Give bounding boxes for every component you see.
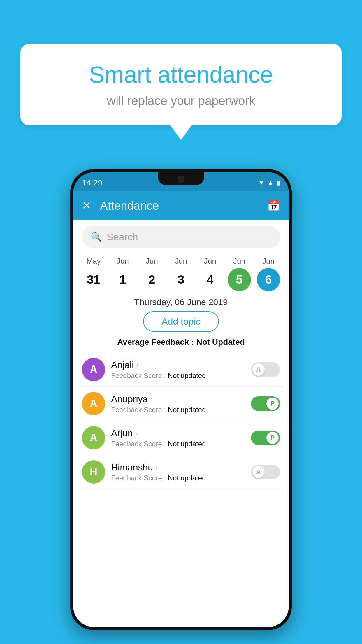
student-item-2[interactable]: AArjun ›Feedback Score : Not updatedP [79,421,283,455]
student-name-1[interactable]: Anupriya › [111,394,245,405]
student-list: AAnjali ›Feedback Score : Not updatedAAA… [73,353,289,489]
battery-icon: ▮ [277,179,280,187]
student-item-0[interactable]: AAnjali ›Feedback Score : Not updatedA [79,353,283,387]
student-feedback-0: Feedback Score : Not updated [111,372,245,380]
toggle-knob-1: P [266,398,279,410]
chevron-icon: › [155,463,158,471]
cal-date[interactable]: 3 [169,268,193,291]
cal-month: May [86,257,101,266]
calendar-day-6[interactable]: Jun6 [255,257,282,291]
date-header: Thursday, 06 June 2019 [73,297,289,307]
student-info-0: Anjali ›Feedback Score : Not updated [111,360,245,380]
attendance-toggle-1[interactable]: P [251,396,280,411]
camera [178,176,184,183]
feedback-value: Not updated [168,406,206,414]
calendar-day-2[interactable]: Jun2 [138,257,166,291]
student-avatar-0: A [82,358,105,381]
toggle-container-3[interactable]: A [251,465,280,479]
toggle-knob-0: A [252,363,265,376]
avg-feedback: Average Feedback : Not Updated [73,337,289,347]
calendar-day-0[interactable]: May31 [80,257,108,291]
cal-date[interactable]: 4 [198,268,222,291]
toggle-container-2[interactable]: P [251,430,280,445]
status-icons: ▼ ▲ ▮ [258,177,280,187]
student-name-3[interactable]: Himanshu › [111,462,245,473]
student-avatar-3: H [82,460,105,484]
cal-date[interactable]: 2 [140,268,164,291]
cal-month: Jun [175,257,187,266]
feedback-value: Not updated [168,440,206,448]
phone-notch [158,172,204,185]
student-avatar-1: A [82,392,105,415]
toggle-knob-2: P [266,432,279,444]
cal-date[interactable]: 5 [228,268,251,291]
signal-icon: ▲ [267,179,274,187]
toggle-container-0[interactable]: A [251,362,280,377]
cal-month: Jun [262,257,275,266]
student-name-2[interactable]: Arjun › [111,428,245,439]
attendance-toggle-0[interactable]: A [251,362,280,377]
student-info-3: Himanshu ›Feedback Score : Not updated [111,462,245,482]
search-input[interactable]: Search [107,231,138,243]
student-feedback-2: Feedback Score : Not updated [111,440,245,448]
student-feedback-1: Feedback Score : Not updated [111,406,245,414]
cal-date[interactable]: 31 [82,268,105,291]
student-item-3[interactable]: HHimanshu ›Feedback Score : Not updatedA [79,455,283,489]
calendar-day-5[interactable]: Jun5 [226,257,253,291]
app-bar: ✕ Attendance 📅 [73,191,289,220]
cal-month: Jun [233,257,245,266]
cal-month: Jun [117,257,129,266]
close-button[interactable]: ✕ [82,199,91,212]
search-bar[interactable]: 🔍 Search [82,226,280,248]
calendar-day-1[interactable]: Jun1 [109,257,137,291]
feedback-value: Not updated [168,474,206,482]
cal-month: Jun [204,257,216,266]
student-name-0[interactable]: Anjali › [111,360,245,370]
attendance-toggle-3[interactable]: A [251,465,280,479]
chevron-icon: › [150,395,152,403]
calendar-day-4[interactable]: Jun4 [196,257,224,291]
cal-month: Jun [146,257,158,266]
calendar-icon[interactable]: 📅 [267,200,280,212]
attendance-toggle-2[interactable]: P [251,430,280,445]
student-avatar-2: A [82,426,105,449]
phone-frame: 14:29 ▼ ▲ ▮ ✕ Attendance 📅 🔍 Search May3… [70,169,292,630]
wifi-icon: ▼ [258,179,264,187]
cal-date[interactable]: 6 [257,268,280,291]
search-icon: 🔍 [91,232,102,243]
student-info-2: Arjun ›Feedback Score : Not updated [111,428,245,448]
add-topic-button[interactable]: Add topic [143,312,219,332]
calendar-day-3[interactable]: Jun3 [167,257,195,291]
screen-content: 🔍 Search May31Jun1Jun2Jun3Jun4Jun5Jun6 T… [73,220,289,627]
student-info-1: Anupriya ›Feedback Score : Not updated [111,394,245,414]
speech-bubble-title: Smart attendance [44,61,318,88]
avg-feedback-value: Not Updated [196,337,245,346]
cal-date[interactable]: 1 [111,268,134,291]
speech-bubble-container: Smart attendance will replace your paper… [20,44,342,125]
toggle-container-1[interactable]: P [251,396,280,411]
avg-feedback-label: Average Feedback : [117,337,196,346]
speech-bubble-subtitle: will replace your paperwork [44,94,318,108]
feedback-value: Not updated [168,372,206,379]
phone-inner: 14:29 ▼ ▲ ▮ ✕ Attendance 📅 🔍 Search May3… [73,172,289,627]
app-title: Attendance [100,199,267,212]
status-time: 14:29 [82,176,102,188]
student-item-1[interactable]: AAnupriya ›Feedback Score : Not updatedP [79,387,283,421]
calendar-strip: May31Jun1Jun2Jun3Jun4Jun5Jun6 [73,254,289,291]
student-feedback-3: Feedback Score : Not updated [111,474,245,482]
chevron-icon: › [136,361,138,369]
toggle-knob-3: A [252,466,265,478]
speech-bubble: Smart attendance will replace your paper… [20,44,342,125]
chevron-icon: › [135,429,138,437]
